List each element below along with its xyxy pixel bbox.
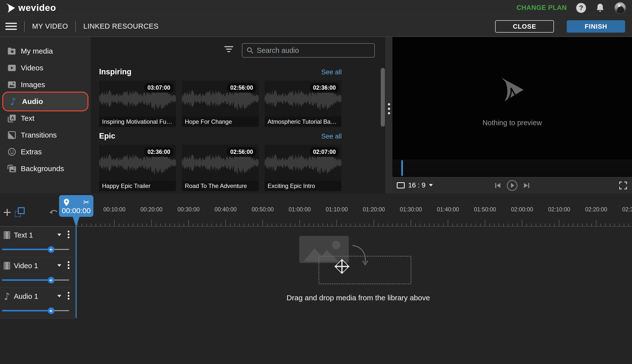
audio-card[interactable]: 02:36:00 Happy Epic Trailer [99, 145, 176, 191]
track-menu-icon[interactable] [68, 231, 70, 238]
audio-card[interactable]: 02:56:00 Road To The Adventure [182, 145, 259, 191]
volume-slider[interactable] [2, 248, 69, 250]
text-icon: A [7, 113, 17, 123]
ruler-ticks [0, 219, 632, 226]
finish-button[interactable]: FINISH [567, 20, 625, 32]
volume-thumb[interactable] [48, 277, 54, 284]
sidebar-item-label: Extras [21, 148, 42, 156]
sidebar-item-audio[interactable]: ♪ Audio [2, 92, 89, 111]
drag-handle-dots-icon [388, 103, 390, 114]
track-menu-icon[interactable] [68, 261, 70, 269]
filter-icon[interactable] [224, 46, 234, 52]
section-title: Inspiring [99, 68, 132, 76]
duration-badge: 02:36:00 [144, 147, 173, 157]
playhead-tail[interactable] [73, 216, 80, 227]
track-chevron-down-icon[interactable] [57, 264, 61, 267]
volume-slider[interactable] [2, 310, 69, 312]
audio-card[interactable]: 03:07:00 Inspiring Motivational Fundrais… [99, 80, 176, 127]
close-button[interactable]: CLOSE [495, 20, 554, 32]
panel-splitter-handle[interactable] [385, 37, 392, 193]
chevron-down-icon [429, 184, 433, 186]
see-all-link[interactable]: See all [321, 68, 342, 76]
track-chevron-down-icon[interactable] [57, 234, 61, 236]
section-title: Epic [99, 132, 115, 140]
tab-linked-resources[interactable]: LINKED RESOURCES [83, 22, 159, 30]
fullscreen-icon[interactable] [619, 181, 627, 191]
aspect-ratio-value: 16 : 9 [408, 181, 425, 189]
volume-thumb[interactable] [48, 246, 54, 253]
preview-scrub-bar[interactable] [392, 160, 632, 176]
preview-panel: Nothing to preview 16 : 9 [392, 37, 632, 193]
timeline-ruler[interactable]: 00:10:0000:20:0000:30:0000:40:0000:50:00… [0, 206, 632, 214]
track-menu-icon[interactable] [68, 292, 70, 300]
dropzone-hint-text: Drag and drop media from the library abo… [284, 294, 432, 302]
media-sidebar: My media Videos Images ♪ Audio A Text Tr… [0, 37, 91, 193]
ruler-time-label: 00:40:00 [214, 206, 237, 213]
track-header-video-1[interactable]: Video 1 [0, 257, 75, 288]
play-button[interactable] [506, 180, 518, 192]
track-name: Audio 1 [14, 292, 38, 300]
see-all-link[interactable]: See all [321, 132, 342, 140]
ruler-time-label: 02:30:00 [622, 206, 632, 213]
previous-frame-button[interactable] [493, 181, 502, 190]
audio-card-title: Road To The Adventure [182, 181, 259, 191]
timeline-panel: 00:10:0000:20:0000:30:0000:40:0000:50:00… [0, 193, 632, 364]
volume-thumb[interactable] [48, 308, 54, 314]
sidebar-item-videos[interactable]: Videos [0, 60, 91, 76]
sidebar-item-label: Images [21, 80, 45, 89]
help-icon[interactable]: ? [576, 3, 586, 13]
preview-playhead-marker[interactable] [401, 160, 403, 176]
playhead-badge[interactable]: ✂ 00:00:00 [59, 195, 93, 217]
search-input[interactable] [257, 46, 374, 54]
ruler-time-label: 02:10:00 [548, 206, 570, 213]
next-frame-button[interactable] [522, 181, 531, 190]
nothing-to-preview-text: Nothing to preview [392, 119, 632, 127]
user-avatar[interactable] [614, 2, 626, 14]
sidebar-item-my-media[interactable]: My media [0, 43, 91, 60]
audio-card[interactable]: 02:56:00 Hope For Change [182, 80, 259, 127]
smiley-icon [7, 147, 17, 157]
sidebar-item-text[interactable]: A Text [0, 110, 91, 127]
backgrounds-icon [7, 164, 17, 174]
film-strip-icon [3, 231, 11, 240]
sidebar-item-extras[interactable]: Extras [0, 144, 91, 160]
duration-badge: 02:07:00 [310, 147, 339, 157]
audio-card-title: Happy Epic Trailer [99, 181, 176, 191]
project-title[interactable]: MY VIDEO [32, 22, 68, 30]
marker-pin-icon[interactable] [63, 198, 70, 206]
transitions-icon [7, 130, 17, 140]
editor-toolbar: MY VIDEO LINKED RESOURCES CLOSE FINISH [0, 16, 632, 37]
audio-card[interactable]: 02:07:00 Exciting Epic Intro [265, 145, 341, 191]
search-icon [246, 47, 254, 54]
preview-screen: Nothing to preview [392, 38, 632, 160]
ruler-time-label: 02:20:00 [585, 206, 607, 213]
track-chevron-down-icon[interactable] [57, 295, 61, 297]
library-scrollbar[interactable] [381, 68, 385, 127]
sidebar-item-backgrounds[interactable]: Backgrounds [0, 160, 91, 177]
playhead-line[interactable] [76, 226, 77, 318]
music-note-icon: ♪ [3, 292, 11, 301]
ruler-time-label: 00:20:00 [140, 206, 163, 213]
toolbar-divider [75, 21, 76, 32]
wevideo-logo[interactable]: wevideo [6, 2, 56, 14]
audio-card[interactable]: 02:36:00 Atmospheric Tutorial Background [265, 80, 341, 127]
wevideo-play-icon [6, 2, 16, 14]
split-scissors-icon[interactable]: ✂ [83, 199, 89, 206]
search-box[interactable] [242, 43, 375, 58]
sidebar-item-images[interactable]: Images [0, 76, 91, 93]
notifications-bell-icon[interactable] [595, 3, 605, 13]
volume-slider[interactable] [2, 279, 69, 281]
ruler-time-label: 01:00:00 [289, 206, 311, 213]
sidebar-item-label: Backgrounds [21, 164, 64, 173]
wevideo-editor: wevideo CHANGE PLAN ? MY VIDEO LINKED RE… [0, 0, 632, 364]
aspect-ratio-selector[interactable]: 16 : 9 [397, 181, 433, 189]
video-icon [7, 63, 17, 73]
menu-icon[interactable] [6, 23, 17, 30]
track-header-audio-1[interactable]: ♪ Audio 1 [0, 288, 75, 318]
sidebar-item-label: Text [21, 114, 34, 122]
sidebar-item-transitions[interactable]: Transitions [0, 127, 91, 144]
preview-controls-bar: 16 : 9 [392, 177, 632, 193]
sidebar-item-label: My media [21, 47, 53, 55]
track-header-text-1[interactable]: Text 1 [0, 227, 75, 257]
change-plan-link[interactable]: CHANGE PLAN [516, 4, 567, 12]
